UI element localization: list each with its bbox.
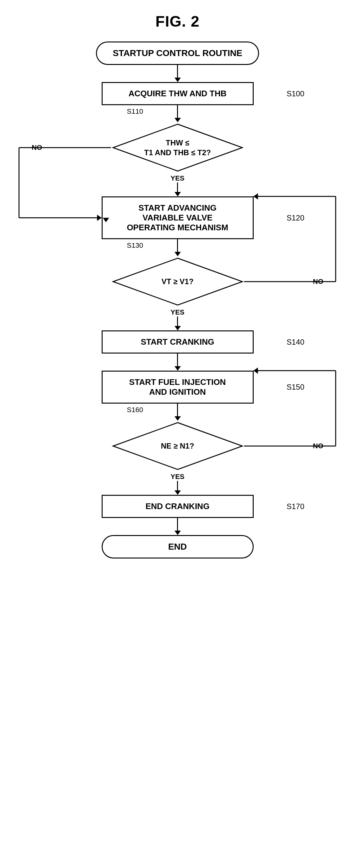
s110-diamond: THW ≤ T1 AND THB ≤ T2? <box>111 122 244 173</box>
flowchart: STARTUP CONTROL ROUTINE ACQUIRE THW AND … <box>0 41 355 558</box>
s100-label: S100 <box>287 89 304 98</box>
s160-decision-row: NE ≥ N1? NO <box>0 421 355 471</box>
start-terminal-row: STARTUP CONTROL ROUTINE <box>0 41 355 65</box>
arrow-s120-s130 <box>171 239 184 246</box>
s150-process: START FUEL INJECTION AND IGNITION <box>102 371 254 404</box>
arrow-s140-s150 <box>171 353 184 371</box>
fig-title: FIG. 2 <box>156 13 199 30</box>
s110-decision-text: THW ≤ T1 AND THB ≤ T2? <box>144 138 211 157</box>
s130-diamond: VT ≥ V1? <box>111 256 244 307</box>
s160-label: S160 <box>127 406 143 414</box>
s110-no-label: NO <box>32 144 42 152</box>
s160-no-label: NO <box>313 442 323 450</box>
s160-diamond: NE ≥ N1? <box>111 421 244 471</box>
start-terminal: STARTUP CONTROL ROUTINE <box>96 41 259 65</box>
arrow-s170-end <box>171 518 184 535</box>
s100-process: ACQUIRE THW AND THB <box>102 82 254 105</box>
s140-label: S140 <box>287 338 304 347</box>
s170-row: END CRANKING S170 <box>0 495 355 518</box>
end-terminal: END <box>102 535 254 558</box>
s100-row: ACQUIRE THW AND THB S100 <box>0 82 355 105</box>
s130-label: S130 <box>127 241 143 250</box>
end-terminal-row: END <box>0 535 355 558</box>
arrow-s100-s110: S110 <box>0 105 355 122</box>
s170-label: S170 <box>287 502 304 511</box>
s120-process: START ADVANCING VARIABLE VALVE OPERATING… <box>102 196 254 239</box>
s120-row: START ADVANCING VARIABLE VALVE OPERATING… <box>0 196 355 239</box>
s160-yes-label: YES <box>170 473 184 481</box>
s130-decision-text: VT ≥ V1? <box>162 277 193 286</box>
s130-yes-label: YES <box>170 308 184 316</box>
s170-process: END CRANKING <box>102 495 254 518</box>
arrow-s110-yes: YES <box>170 173 184 196</box>
s150-row: START FUEL INJECTION AND IGNITION S150 <box>0 371 355 404</box>
s110-decision-row: NO THW ≤ T1 AND THB ≤ T2? <box>0 122 355 173</box>
arrow-s160-yes: YES <box>170 471 184 495</box>
arrow-s130-yes: YES <box>170 307 184 331</box>
s140-row: START CRANKING S140 <box>0 331 355 353</box>
s140-process: START CRANKING <box>102 331 254 353</box>
s120-label: S120 <box>287 214 304 222</box>
s130-decision-row: VT ≥ V1? NO <box>0 256 355 307</box>
s110-yes-label: YES <box>170 174 184 183</box>
s160-decision-text: NE ≥ N1? <box>161 441 194 451</box>
s110-label: S110 <box>127 107 143 116</box>
s130-no-label: NO <box>313 278 323 286</box>
page: FIG. 2 STARTUP CONTROL ROUTINE ACQUIRE T… <box>0 0 355 868</box>
arrow-start-s100 <box>171 65 184 82</box>
s150-label: S150 <box>287 383 304 392</box>
